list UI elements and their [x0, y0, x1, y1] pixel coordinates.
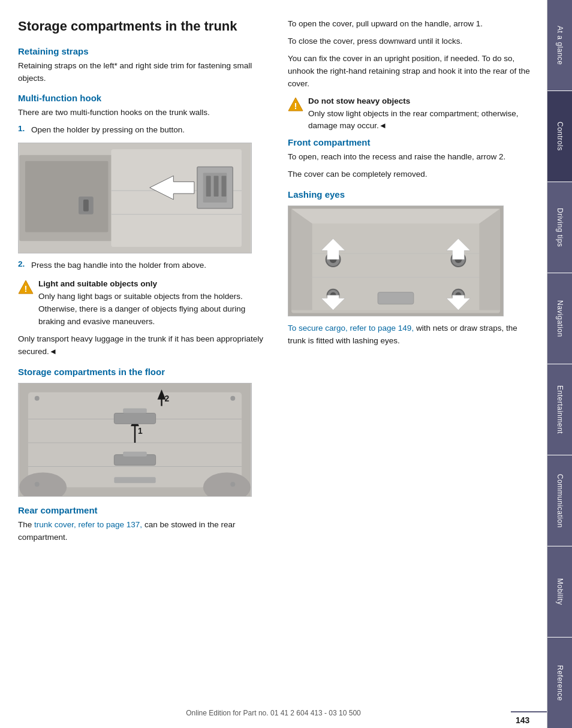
- multi-function-hook-intro: There are two multi-function hooks on th…: [18, 107, 270, 119]
- svg-point-35: [35, 482, 40, 487]
- svg-point-34: [230, 396, 235, 401]
- page-footer: Online Edition for Part no. 01 41 2 604 …: [0, 709, 547, 717]
- svg-marker-42: [291, 209, 500, 224]
- svg-text:!: !: [294, 101, 297, 111]
- page-title: Storage compartments in the trunk: [18, 18, 270, 35]
- floor-image: 1 2: [18, 383, 252, 497]
- rear-compartment-text-before: The: [18, 520, 34, 529]
- warning-body-1: Only hang light bags or suitable objects…: [38, 292, 245, 326]
- svg-rect-2: [25, 161, 108, 232]
- close-cover-text: To close the cover, press downward until…: [288, 35, 535, 48]
- svg-rect-60: [378, 292, 414, 304]
- retaining-straps-text: Retaining straps on the left* and right …: [18, 60, 270, 85]
- svg-marker-43: [291, 209, 312, 310]
- footer-text: Online Edition for Part no. 01 41 2 604 …: [186, 709, 361, 717]
- svg-rect-24: [123, 452, 147, 457]
- sidebar-item-reference[interactable]: Reference: [547, 638, 572, 728]
- warning-block-1: ! Light and suitable objects only Only h…: [18, 278, 270, 328]
- page-container: Storage compartments in the trunk Retain…: [0, 0, 572, 728]
- sidebar-item-at-a-glance[interactable]: At a glance: [547, 0, 572, 91]
- svg-marker-44: [479, 209, 500, 310]
- warning-text-1: Light and suitable objects only Only han…: [38, 278, 270, 328]
- svg-rect-37: [114, 477, 155, 483]
- page-number: 143: [516, 715, 529, 725]
- fix-cover-text: You can fix the cover in an upright posi…: [288, 53, 535, 90]
- front-compartment-remove-text: The cover can be completely removed.: [288, 168, 535, 181]
- retaining-straps-heading: Retaining straps: [18, 46, 270, 56]
- page-number-box: 143: [511, 711, 547, 728]
- rear-compartment-text: The trunk cover, refer to page 137, can …: [18, 519, 270, 544]
- warning-text-2: Do not stow heavy objects Only stow ligh…: [308, 95, 535, 133]
- lashing-eyes-image: [288, 206, 504, 316]
- trunk-hook-image: [18, 143, 252, 253]
- front-compartment-heading: Front compartment: [288, 137, 535, 147]
- svg-text:!: !: [25, 283, 28, 294]
- svg-rect-10: [221, 176, 226, 197]
- sidebar-item-communication[interactable]: Communication: [547, 455, 572, 546]
- sidebar-item-driving-tips[interactable]: Driving tips: [547, 182, 572, 273]
- step-1-text: Open the holder by pressing on the butto…: [31, 124, 185, 137]
- trunk-cover-link[interactable]: trunk cover, refer to page 137,: [34, 520, 142, 529]
- open-cover-text: To open the cover, pull upward on the ha…: [288, 18, 535, 31]
- warning-title-2: Do not stow heavy objects: [308, 95, 535, 108]
- svg-rect-13: [83, 200, 89, 212]
- warning-block-2: ! Do not stow heavy objects Only stow li…: [288, 95, 535, 133]
- front-compartment-open-text: To open, reach into the recess and raise…: [288, 151, 535, 164]
- secure-cargo-link[interactable]: To secure cargo, refer to page 149,: [288, 324, 414, 333]
- left-column: Storage compartments in the trunk Retain…: [18, 18, 270, 710]
- right-column: To open the cover, pull upward on the ha…: [288, 18, 535, 710]
- heavy-luggage-note: Only transport heavy luggage in the trun…: [18, 333, 270, 358]
- warning-icon-2: !: [288, 96, 303, 112]
- svg-point-36: [230, 482, 235, 487]
- lashing-eyes-heading: Lashing eyes: [288, 189, 535, 200]
- svg-rect-8: [206, 176, 211, 197]
- svg-text:1: 1: [138, 426, 143, 436]
- warning-icon-1: !: [18, 279, 34, 295]
- svg-point-33: [35, 396, 40, 401]
- sidebar-item-mobility[interactable]: Mobility: [547, 546, 572, 638]
- step-1: 1. Open the holder by pressing on the bu…: [18, 124, 270, 137]
- sidebar-item-entertainment[interactable]: Entertainment: [547, 364, 572, 455]
- main-content: Storage compartments in the trunk Retain…: [0, 0, 547, 728]
- step-2-number: 2.: [18, 259, 28, 272]
- step-1-number: 1.: [18, 124, 28, 137]
- sidebar-item-controls[interactable]: Controls: [547, 91, 572, 182]
- multi-function-hook-heading: Multi-function hook: [18, 93, 270, 103]
- step-2-text: Press the bag handle into the holder fro…: [31, 259, 206, 272]
- svg-text:2: 2: [164, 393, 169, 403]
- warning-title-1: Light and suitable objects only: [38, 278, 270, 291]
- sidebar: At a glance Controls Driving tips Naviga…: [547, 0, 572, 728]
- svg-rect-29: [123, 408, 147, 413]
- svg-rect-28: [114, 413, 155, 424]
- lashing-eyes-text: To secure cargo, refer to page 149, with…: [288, 322, 535, 348]
- warning-body-2: Only stow light objects in the rear comp…: [308, 109, 518, 131]
- step-2: 2. Press the bag handle into the holder …: [18, 259, 270, 272]
- sidebar-item-navigation[interactable]: Navigation: [547, 273, 572, 364]
- storage-floor-heading: Storage compartments in the floor: [18, 367, 270, 377]
- svg-rect-9: [214, 176, 219, 197]
- rear-compartment-heading: Rear compartment: [18, 505, 270, 515]
